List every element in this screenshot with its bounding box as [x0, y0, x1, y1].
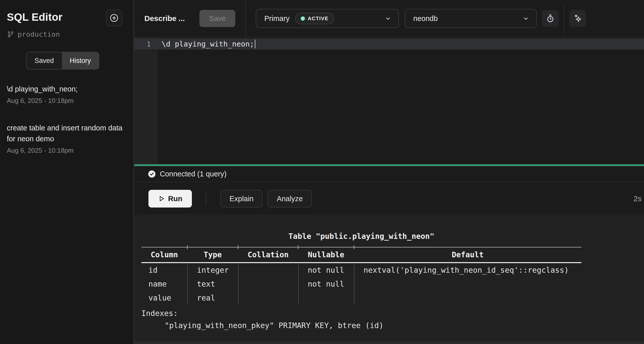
column-junction-tick — [187, 245, 188, 249]
column-junction-tick — [238, 245, 238, 249]
cell-column: id — [141, 263, 187, 277]
history-item[interactable]: create table and insert random data for … — [7, 123, 126, 155]
cell-collation — [238, 291, 298, 305]
run-button[interactable]: Run — [148, 190, 192, 208]
connection-status-text: Connected (1 query) — [160, 170, 226, 178]
column-junction-tick — [354, 245, 354, 249]
column-header: Type — [187, 247, 238, 262]
chevron-down-icon — [384, 15, 392, 22]
plus-circle-icon — [109, 13, 119, 23]
column-header: Nullable — [298, 247, 354, 262]
cell-type: real — [187, 291, 238, 305]
index-definition: "playing_with_neon_pkey" PRIMARY KEY, bt… — [141, 319, 644, 332]
history-timestamp: Aug 6, 2025 - 10:18pm — [7, 96, 126, 105]
line-number-gutter — [134, 38, 158, 164]
sidebar-header: SQL Editor — [0, 0, 133, 26]
cell-default — [354, 291, 581, 305]
tab-saved[interactable]: Saved — [27, 52, 62, 69]
database-select-value: neondb — [413, 14, 438, 23]
toolbar-divider — [564, 3, 564, 34]
sql-code-editor[interactable]: 1 \d playing_with_neon; — [134, 38, 644, 164]
cell-nullable — [298, 291, 354, 305]
ai-assist-button[interactable] — [569, 10, 586, 27]
chevron-down-icon — [522, 15, 530, 22]
history-query: \d playing_with_neon; — [7, 84, 126, 95]
indexes-label: Indexes: — [141, 307, 644, 319]
page-title: SQL Editor — [7, 10, 63, 23]
saved-history-toggle: Saved History — [26, 52, 99, 70]
explain-button[interactable]: Explain — [220, 190, 263, 208]
results-panel: Table "public.playing_with_neon" Column … — [134, 216, 644, 341]
result-table: Column Type Collation Nullable Default i… — [141, 247, 581, 305]
database-select[interactable]: neondb — [405, 9, 537, 28]
branch-name: production — [18, 30, 60, 38]
text-cursor — [255, 40, 255, 48]
cell-collation — [238, 277, 298, 291]
save-button[interactable]: Save — [199, 10, 235, 27]
column-header: Column — [141, 247, 187, 262]
table-row: id integer not null nextval('playing_wit… — [141, 263, 581, 277]
tab-history[interactable]: History — [62, 52, 99, 69]
cell-type: integer — [187, 263, 238, 277]
git-branch-icon — [7, 31, 14, 38]
active-dot-icon — [301, 16, 305, 21]
column-header: Collation — [238, 247, 298, 262]
sparkle-icon — [573, 14, 583, 23]
analyze-button[interactable]: Analyze — [268, 190, 312, 208]
cell-column: name — [141, 277, 187, 291]
psql-output: Table "public.playing_with_neon" Column … — [134, 216, 644, 332]
history-query: create table and insert random data for … — [7, 123, 126, 144]
cell-nullable: not null — [298, 277, 354, 291]
editor-results-resize-handle[interactable] — [134, 164, 644, 166]
branch-select[interactable]: Primary ACTIVE — [256, 9, 399, 28]
cell-type: text — [187, 277, 238, 291]
code-line[interactable]: 1 \d playing_with_neon; — [134, 38, 644, 50]
table-row: name text not null — [141, 277, 581, 291]
sidebar: SQL Editor production Saved History \d p… — [0, 0, 133, 344]
cell-collation — [238, 263, 298, 277]
query-title[interactable]: Describe ... — [144, 14, 185, 23]
check-circle-icon — [148, 170, 156, 178]
cell-nullable: not null — [298, 263, 354, 277]
cell-column: value — [141, 291, 187, 305]
history-item[interactable]: \d playing_with_neon; Aug 6, 2025 - 10:1… — [7, 84, 126, 105]
new-query-button[interactable] — [106, 10, 122, 26]
query-actionbar: Run Explain Analyze 2s — [134, 183, 644, 215]
query-duration: 2s — [633, 194, 641, 203]
result-table-header: Column Type Collation Nullable Default — [141, 247, 581, 263]
toolbar-divider — [245, 0, 246, 37]
cell-default: nextval('playing_with_neon_id_seq'::regc… — [354, 263, 581, 277]
history-timestamp: Aug 6, 2025 - 10:18pm — [7, 146, 126, 155]
actionbar-divider — [206, 192, 206, 205]
stopwatch-icon — [546, 14, 555, 23]
line-number: 1 — [134, 40, 158, 48]
history-list: \d playing_with_neon; Aug 6, 2025 - 10:1… — [0, 70, 133, 155]
horizontal-scrollbar[interactable] — [134, 341, 644, 344]
cell-default — [354, 277, 581, 291]
editor-toolbar: Describe ... Save Primary ACTIVE neondb — [134, 0, 644, 37]
code-text: \d playing_with_neon; — [158, 40, 254, 48]
table-row: value real — [141, 291, 581, 305]
play-icon — [158, 195, 165, 202]
result-table-title: Table "public.playing_with_neon" — [141, 230, 581, 242]
query-timing-button[interactable] — [542, 10, 559, 27]
connection-statusbar: Connected (1 query) — [134, 166, 644, 182]
column-junction-tick — [298, 245, 298, 249]
branch-select-value: Primary — [264, 14, 290, 23]
branch-indicator: production — [0, 26, 133, 38]
status-badge: ACTIVE — [295, 13, 334, 24]
main-pane: Describe ... Save Primary ACTIVE neondb — [134, 0, 644, 344]
column-header: Default — [354, 247, 581, 262]
